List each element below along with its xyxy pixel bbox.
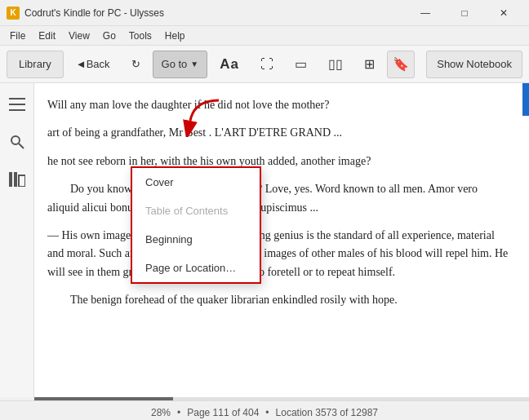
book-paragraph-5: — His own image to a man with that queer… xyxy=(47,227,509,281)
svg-rect-6 xyxy=(14,172,17,187)
title-bar: K Codrut's Kindle for PC - Ulysses — □ ✕ xyxy=(0,0,529,26)
menu-help[interactable]: Help xyxy=(158,29,192,43)
back-label: Back xyxy=(87,58,110,70)
maximize-button[interactable]: □ xyxy=(446,1,483,25)
sidebar-menu-icon[interactable] xyxy=(6,93,29,116)
two-page-icon: ▯▯ xyxy=(328,56,343,72)
sidebar-library-icon[interactable] xyxy=(6,168,29,191)
status-separator-1: • xyxy=(177,407,180,418)
close-button[interactable]: ✕ xyxy=(485,1,522,25)
grid-icon: ⊞ xyxy=(364,56,375,72)
dropdown-page-location[interactable]: Page or Location… xyxy=(132,254,260,282)
show-notebook-button[interactable]: Show Notebook xyxy=(426,51,522,78)
single-page-button[interactable]: ▭ xyxy=(286,51,316,78)
svg-line-4 xyxy=(19,144,24,148)
fullscreen-icon: ⛶ xyxy=(260,57,273,72)
book-text: Will any man love the daughter if he did… xyxy=(47,96,509,310)
svg-rect-0 xyxy=(9,98,25,99)
goto-button[interactable]: Go to ▼ xyxy=(153,51,208,78)
location-info-text: Location 3573 of 12987 xyxy=(276,407,378,418)
bookmark-icon: 🔖 xyxy=(393,56,409,72)
minimize-button[interactable]: — xyxy=(407,1,444,25)
progress-bar-fill xyxy=(34,397,173,400)
book-paragraph-2: art of being a grandfather, Mr Best . L'… xyxy=(47,124,509,142)
menu-go[interactable]: Go xyxy=(96,29,122,43)
refresh-button[interactable]: ↻ xyxy=(122,51,149,78)
book-paragraph-6: The benign forehead of the quaker librar… xyxy=(47,291,509,309)
two-page-button[interactable]: ▯▯ xyxy=(319,51,352,78)
book-paragraph-3: he not see reborn in her, with the his o… xyxy=(47,153,509,170)
main-area: Will any man love the daughter if he did… xyxy=(0,83,529,397)
sidebar xyxy=(0,83,34,397)
sidebar-search-icon[interactable] xyxy=(6,130,29,153)
goto-dropdown: Cover Table of Contents Beginning Page o… xyxy=(131,166,261,284)
dropdown-beginning[interactable]: Beginning xyxy=(132,225,260,254)
font-button[interactable]: Aa xyxy=(211,51,248,78)
title-bar-left: K Codrut's Kindle for PC - Ulysses xyxy=(7,7,164,20)
library-button[interactable]: Library xyxy=(7,51,64,78)
dropdown-cover[interactable]: Cover xyxy=(132,168,260,197)
refresh-icon: ↻ xyxy=(131,58,140,70)
back-button[interactable]: ◄ Back xyxy=(67,51,119,78)
goto-label: Go to xyxy=(162,58,188,70)
fullscreen-button[interactable]: ⛶ xyxy=(251,51,282,78)
book-paragraph-4: Do you know what you are talking about? … xyxy=(47,180,509,217)
window-title: Codrut's Kindle for PC - Ulysses xyxy=(24,7,164,19)
toolbar: Library ◄ Back ↻ Go to ▼ Aa ⛶ ▭ ▯▯ ⊞ 🔖 S… xyxy=(0,46,529,83)
highlight-marker xyxy=(522,83,529,116)
bookmark-button[interactable]: 🔖 xyxy=(387,51,415,78)
menu-view[interactable]: View xyxy=(62,29,96,43)
svg-rect-1 xyxy=(9,104,25,105)
svg-rect-7 xyxy=(19,175,25,187)
menu-file[interactable]: File xyxy=(3,29,32,43)
svg-point-3 xyxy=(11,136,20,144)
status-separator-2: • xyxy=(265,407,269,418)
app-icon: K xyxy=(7,7,20,20)
window-controls: — □ ✕ xyxy=(407,1,522,25)
status-bar: 28% • Page 111 of 404 • Location 3573 of… xyxy=(0,400,529,420)
menu-bar: File Edit View Go Tools Help xyxy=(0,26,529,46)
menu-edit[interactable]: Edit xyxy=(32,29,62,43)
goto-chevron-icon: ▼ xyxy=(190,60,198,69)
single-page-icon: ▭ xyxy=(295,56,307,72)
progress-bar-container xyxy=(34,397,529,400)
back-icon: ◄ xyxy=(76,58,87,70)
svg-rect-2 xyxy=(9,109,25,111)
book-content: Will any man love the daughter if he did… xyxy=(34,83,529,397)
page-info-text: Page 111 of 404 xyxy=(187,407,259,418)
dropdown-toc: Table of Contents xyxy=(132,197,260,225)
progress-text: 28% xyxy=(151,407,171,418)
menu-tools[interactable]: Tools xyxy=(122,29,158,43)
svg-rect-5 xyxy=(9,172,12,187)
book-paragraph-1: Will any man love the daughter if he did… xyxy=(47,96,509,114)
grid-view-button[interactable]: ⊞ xyxy=(355,51,384,78)
